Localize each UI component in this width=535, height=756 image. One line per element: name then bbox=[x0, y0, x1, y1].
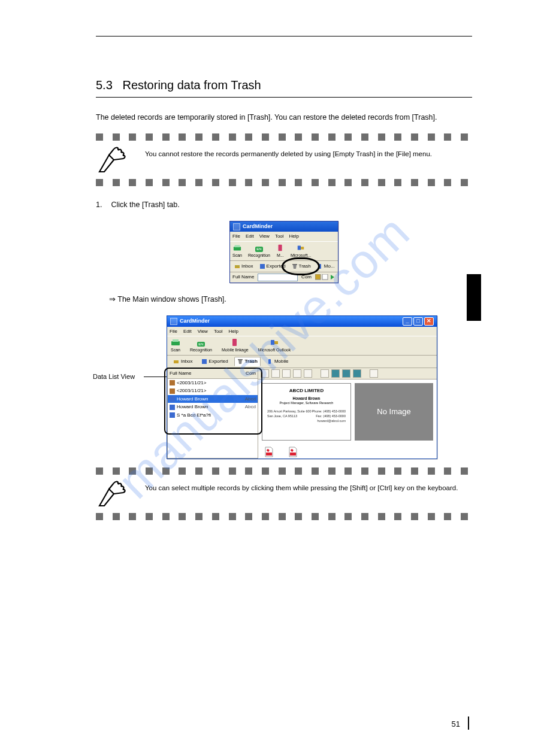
tab-exported[interactable]: Exported bbox=[199, 357, 231, 366]
close-button[interactable]: ✕ bbox=[424, 317, 434, 326]
page-number: 51 bbox=[452, 719, 460, 728]
card-name: Howard Brown bbox=[267, 396, 346, 401]
card-title: Project Manager, Software Research bbox=[267, 401, 346, 406]
inbox-icon bbox=[234, 263, 240, 269]
mock1-tabbar: Inbox Exported Trash Mo... bbox=[230, 261, 338, 272]
row-name: <2003/11/21> bbox=[177, 387, 206, 394]
card-icon bbox=[170, 380, 175, 385]
data-list-view[interactable]: Full Name Com <2003/11/21> <2003/11/21> … bbox=[167, 368, 258, 459]
list-item-selected[interactable]: Howard BrownAbcd bbox=[168, 395, 258, 403]
tab-mobile[interactable]: Mo... bbox=[315, 262, 337, 271]
mobile-icon bbox=[267, 359, 273, 365]
side-index-tab bbox=[467, 274, 481, 321]
tb-scan[interactable]: Scan bbox=[171, 338, 180, 353]
imgbar-button[interactable] bbox=[321, 369, 329, 378]
mock1-titlebar: CardMinder bbox=[230, 221, 338, 232]
card-addr2: San Jose, CA 95113 bbox=[267, 414, 312, 419]
card-addr1: 206 Amort Parkway, Suite 600 bbox=[267, 409, 312, 414]
svg-rect-7 bbox=[319, 264, 321, 269]
step-1-number: 1. bbox=[96, 199, 109, 210]
tb-mobile[interactable]: M... bbox=[276, 244, 285, 259]
mock1-menubar[interactable]: File Edit View Tool Help bbox=[230, 232, 338, 241]
list-item[interactable]: S *a Bcd Ef*a?fi bbox=[168, 411, 258, 420]
tb-recognition-label: Recognition bbox=[248, 253, 270, 259]
tab-exported-label: Exported bbox=[209, 358, 228, 365]
callout-label: Data List View bbox=[93, 372, 135, 382]
hint-hand-icon bbox=[96, 145, 132, 174]
zoom-in-icon[interactable] bbox=[293, 369, 301, 378]
section-underline bbox=[96, 97, 472, 98]
menu-tool[interactable]: Tool bbox=[214, 328, 223, 335]
section-title-text: Restoring data from Trash bbox=[122, 78, 261, 92]
status-label: Full Name bbox=[232, 274, 254, 281]
tab-trash[interactable]: Trash bbox=[234, 357, 261, 366]
row-name: Howard Brown bbox=[177, 396, 208, 403]
tb-outlook[interactable]: Microsoft Outlook bbox=[258, 338, 291, 353]
svg-rect-10 bbox=[171, 341, 180, 345]
menu-edit[interactable]: Edit bbox=[246, 233, 254, 240]
menu-help[interactable]: Help bbox=[289, 233, 299, 240]
imgbar-button[interactable] bbox=[331, 369, 340, 378]
tab-exported[interactable]: Exported bbox=[258, 262, 288, 271]
imgbar-button[interactable] bbox=[271, 369, 280, 378]
menu-edit[interactable]: Edit bbox=[183, 328, 192, 335]
tb-recognition-label: Recognition bbox=[190, 347, 212, 353]
zoom-out-icon[interactable] bbox=[304, 369, 312, 378]
image-toolbar bbox=[258, 368, 437, 379]
tab-inbox[interactable]: Inbox bbox=[232, 262, 255, 271]
list-header-company: Com bbox=[246, 370, 256, 377]
menu-help[interactable]: Help bbox=[229, 328, 238, 335]
export-icon bbox=[201, 359, 207, 365]
imgbar-button[interactable] bbox=[370, 369, 378, 378]
arrow-result-text: ⇒ The Main window shows [Trash]. bbox=[96, 294, 472, 305]
step-1-text: Click the [Trash] tab. bbox=[111, 201, 179, 209]
tb-outlook[interactable]: Microsoft... bbox=[291, 244, 311, 259]
svg-rect-5 bbox=[260, 264, 265, 269]
tab-trash[interactable]: Trash bbox=[290, 262, 313, 271]
section-heading: 5.3 Restoring data from Trash bbox=[96, 78, 472, 92]
tb-mobile-linkage[interactable]: Mobile linkage bbox=[222, 338, 249, 353]
menu-view[interactable]: View bbox=[198, 328, 208, 335]
imgbar-button[interactable] bbox=[261, 369, 269, 378]
tb-mobile-label: M... bbox=[277, 253, 284, 259]
imgbar-button[interactable] bbox=[282, 369, 291, 378]
menu-file[interactable]: File bbox=[170, 328, 177, 335]
imgbar-button[interactable] bbox=[342, 369, 350, 378]
svg-rect-1 bbox=[235, 245, 240, 248]
export-icon bbox=[259, 263, 265, 269]
device-icon bbox=[276, 244, 285, 252]
mock2-tabbar: Inbox Exported Trash Mobile bbox=[167, 356, 437, 368]
hint2-hand-icon bbox=[96, 479, 132, 508]
hint-divider-bottom bbox=[96, 179, 472, 186]
tb-scan[interactable]: Scan bbox=[232, 244, 242, 259]
svg-rect-6 bbox=[292, 264, 297, 265]
list-item[interactable]: Howard BrownAbcd bbox=[168, 403, 258, 411]
tab-inbox-label: Inbox bbox=[241, 263, 253, 270]
maximize-button[interactable]: □ bbox=[413, 317, 423, 326]
tab-inbox[interactable]: Inbox bbox=[171, 357, 195, 366]
screenshot-toolbar: CardMinder File Edit View Tool Help Scan… bbox=[229, 221, 338, 283]
outlook-icon bbox=[297, 244, 305, 252]
tab-mobile[interactable]: Mobile bbox=[264, 357, 291, 366]
list-item[interactable]: <2003/11/21> bbox=[168, 387, 258, 395]
callout-line bbox=[144, 377, 168, 377]
row-company: Abcd bbox=[245, 396, 256, 403]
menu-file[interactable]: File bbox=[232, 233, 240, 240]
pdf-icon[interactable] bbox=[288, 447, 298, 457]
status-field[interactable] bbox=[258, 274, 298, 281]
mock2-menubar[interactable]: File Edit View Tool Help bbox=[167, 327, 437, 336]
menu-tool[interactable]: Tool bbox=[275, 233, 284, 240]
imgbar-button[interactable] bbox=[353, 369, 361, 378]
list-item[interactable]: <2003/11/21> bbox=[168, 379, 258, 387]
tb-recognition[interactable]: EN Recognition bbox=[248, 247, 270, 259]
menu-view[interactable]: View bbox=[259, 233, 270, 240]
tab-inbox-label: Inbox bbox=[181, 358, 193, 365]
minimize-button[interactable]: _ bbox=[403, 317, 412, 326]
hint-divider-top bbox=[96, 133, 472, 141]
tiny-icons bbox=[315, 274, 335, 281]
pdf-icon[interactable] bbox=[264, 447, 274, 457]
hint-2-text: You can select multiple records by click… bbox=[145, 479, 458, 493]
tb-recognition[interactable]: EN Recognition bbox=[190, 342, 212, 354]
hint-1-text: You cannot restore the records permanent… bbox=[145, 145, 432, 159]
svg-rect-11 bbox=[173, 339, 179, 342]
